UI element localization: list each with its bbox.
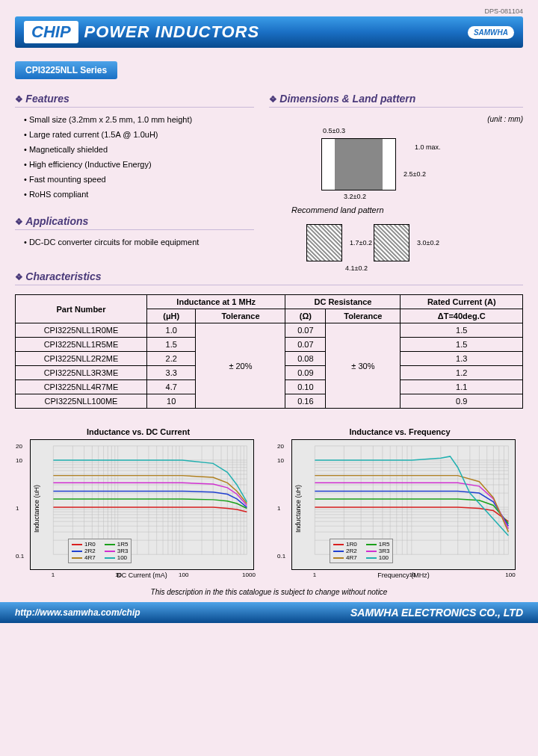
- cell-pn: CPI3225NLL1R0ME: [16, 323, 147, 338]
- feature-item: Small size (3.2mm x 2.5 mm, 1.0 mm heigh…: [24, 115, 254, 124]
- cell-uh: 1.5: [147, 338, 196, 352]
- th-ind: Inductance at 1 MHz: [147, 295, 285, 309]
- x-tick: 100: [179, 571, 188, 578]
- cell-ohm: 0.07: [285, 338, 326, 352]
- dim-depth: 2.5±0.2: [404, 170, 426, 178]
- cell-uh: 2.2: [147, 352, 196, 366]
- cell-pn: CPI3225NLL4R7ME: [16, 380, 147, 394]
- chip-label: CHIP: [24, 21, 78, 43]
- th-ind-tol: Tolerance: [196, 309, 285, 323]
- chart-legend: 1R01R52R23R34R7100: [330, 539, 393, 563]
- legend-item: 3R3: [105, 548, 129, 554]
- land-pattern-title: Recommend land pattern: [291, 205, 523, 214]
- dimensions-figure: 0.5±0.3 1.0 max. 3.2±0.2 2.5±0.2: [291, 127, 471, 198]
- doc-id: DPS-081104: [15, 7, 523, 15]
- legend-item: 100: [105, 554, 129, 561]
- cell-pn: CPI3225NLL100ME: [16, 394, 147, 409]
- chart2-ylabel: Inductance (uH): [294, 484, 302, 532]
- y-tick: 20: [277, 443, 284, 450]
- features-list: Small size (3.2mm x 2.5 mm, 1.0 mm heigh…: [15, 115, 254, 199]
- feature-item: Large rated current (1.5A @ 1.0uH): [24, 130, 254, 139]
- dim-height: 1.0 max.: [415, 143, 441, 151]
- th-rated: Rated Current (A): [401, 295, 523, 309]
- y-tick: 10: [277, 457, 284, 464]
- y-tick: 0.1: [277, 553, 285, 560]
- x-tick: 10: [115, 571, 122, 578]
- th-uh: (μH): [147, 309, 196, 323]
- land-h: 3.0±0.2: [417, 239, 439, 247]
- feature-item: RoHS compliant: [24, 190, 254, 199]
- cell-rated: 1.3: [401, 352, 523, 366]
- cell-ohm: 0.07: [285, 323, 326, 338]
- dim-width: 3.2±0.2: [344, 193, 366, 200]
- th-part: Part Number: [16, 295, 147, 323]
- chart1-title: Inductance vs. DC Current: [22, 427, 254, 436]
- cell-pn: CPI3225NLL3R3ME: [16, 366, 147, 380]
- characteristics-table: Part Number Inductance at 1 MHz DC Resis…: [15, 294, 523, 409]
- table-row: CPI3225NLL1R0ME1.0± 20%0.07± 30%1.5: [16, 323, 523, 338]
- chart1-ylabel: Inductance (uH): [33, 484, 40, 532]
- y-tick: 1: [16, 505, 19, 512]
- chart1-xlabel: DC Current (mA): [30, 571, 254, 579]
- cell-pn: CPI3225NLL1R5ME: [16, 338, 147, 352]
- legend-item: 4R7: [333, 554, 357, 561]
- cell-uh: 1.0: [147, 323, 196, 338]
- legend-item: 1R0: [72, 541, 96, 548]
- cell-pn: CPI3225NLL2R2ME: [16, 352, 147, 366]
- feature-item: Magnetically shielded: [24, 145, 254, 154]
- x-tick: 100: [505, 571, 515, 578]
- series-badge: CPI3225NLL Series: [15, 61, 117, 79]
- land-pattern-figure: 1.7±0.2 3.0±0.2 4.1±0.2: [291, 218, 456, 270]
- feature-item: Fast mounting speed: [24, 175, 254, 184]
- land-w: 4.1±0.2: [345, 264, 368, 272]
- chart-inductance-frequency: Inductance vs. Frequency Inductance (uH)…: [284, 427, 516, 579]
- cell-uh: 10: [147, 394, 196, 409]
- application-item: DC-DC converter circuits for mobile equi…: [24, 238, 254, 247]
- land-gap: 1.7±0.2: [350, 239, 372, 247]
- cell-rated: 1.1: [401, 380, 523, 394]
- cell-uh: 3.3: [147, 366, 196, 380]
- cell-ind-tol: ± 20%: [196, 323, 285, 409]
- cell-ohm: 0.09: [285, 366, 326, 380]
- legend-item: 1R0: [333, 541, 357, 548]
- chart-inductance-current: Inductance vs. DC Current Inductance (uH…: [22, 427, 254, 579]
- footer: http://www.samwha.com/chip SAMWHA ELECTR…: [0, 602, 538, 623]
- applications-list: DC-DC converter circuits for mobile equi…: [15, 238, 254, 247]
- x-tick: 1: [313, 571, 316, 578]
- th-dcr-tol: Tolerance: [326, 309, 401, 323]
- dim-top: 0.5±0.3: [323, 127, 345, 134]
- chart-legend: 1R01R52R23R34R7100: [68, 539, 132, 563]
- disclaimer: This description in the this catalogue i…: [15, 588, 523, 596]
- x-tick: 10: [409, 571, 416, 578]
- legend-item: 3R3: [366, 548, 390, 554]
- cell-ohm: 0.08: [285, 352, 326, 366]
- y-tick: 20: [16, 443, 22, 450]
- footer-url: http://www.samwha.com/chip: [15, 607, 140, 618]
- x-tick: 1: [52, 571, 55, 578]
- y-tick: 0.1: [16, 553, 24, 560]
- feature-item: High efficiency (Inductive Energy): [24, 160, 254, 169]
- brand-logo: SAMWHA: [468, 26, 514, 39]
- chart2-xlabel: Frequency (MHz): [291, 571, 516, 579]
- legend-item: 2R2: [72, 548, 96, 554]
- th-ohm: (Ω): [285, 309, 326, 323]
- cell-ohm: 0.10: [285, 380, 326, 394]
- th-dcr: DC Resistance: [285, 295, 401, 309]
- chart2-title: Inductance vs. Frequency: [284, 427, 516, 436]
- legend-item: 1R5: [366, 541, 390, 548]
- cell-rated: 1.2: [401, 366, 523, 380]
- legend-item: 100: [366, 554, 390, 561]
- banner-title: POWER INDUCTORS: [84, 22, 260, 42]
- y-tick: 10: [16, 457, 22, 464]
- unit-label: (unit : mm): [269, 115, 523, 123]
- cell-uh: 4.7: [147, 380, 196, 394]
- legend-item: 2R2: [333, 548, 357, 554]
- x-tick: 1000: [242, 571, 256, 578]
- header-banner: CHIP POWER INDUCTORS SAMWHA: [15, 16, 523, 48]
- characteristics-title: Characteristics: [15, 270, 523, 285]
- cell-rated: 1.5: [401, 338, 523, 352]
- cell-rated: 0.9: [401, 394, 523, 409]
- footer-company: SAMWHA ELECTRONICS CO., LTD: [350, 607, 523, 619]
- legend-item: 1R5: [105, 541, 129, 548]
- y-tick: 1: [277, 505, 280, 512]
